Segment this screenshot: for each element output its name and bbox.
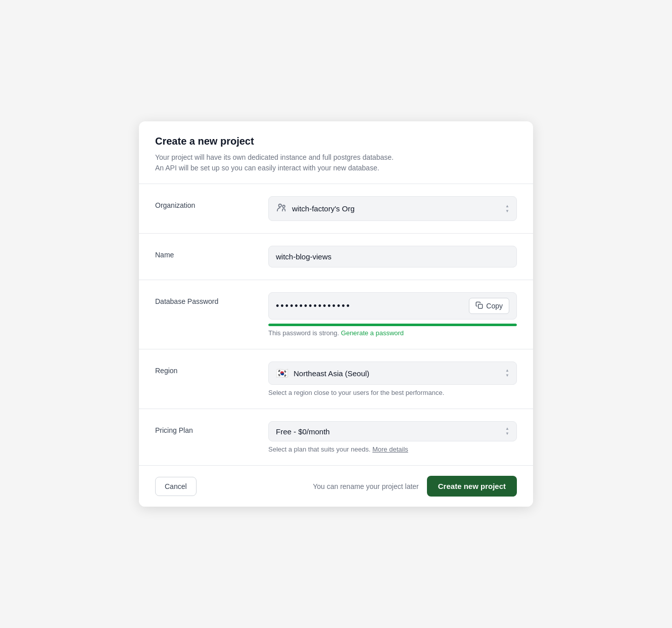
region-control: 🇰🇷 Northeast Asia (Seoul) Select a regio… (268, 362, 517, 396)
region-select[interactable]: 🇰🇷 Northeast Asia (Seoul) (268, 362, 517, 385)
create-project-button[interactable]: Create new project (427, 476, 517, 497)
region-value: Northeast Asia (Seoul) (294, 369, 369, 378)
modal-footer: Cancel You can rename your project later… (139, 466, 533, 507)
modal-header: Create a new project Your project will h… (139, 121, 533, 184)
pricing-plan-select[interactable]: Free - $0/month (268, 421, 517, 441)
region-label: Region (155, 362, 256, 375)
chevron-icon (505, 204, 509, 213)
organization-control: witch-factory's Org (268, 196, 517, 221)
generate-password-link[interactable]: Generate a password (341, 329, 404, 337)
strength-bar-container (268, 324, 517, 326)
name-section: Name (139, 234, 533, 280)
name-label: Name (155, 246, 256, 259)
pricing-plan-label: Pricing Plan (155, 421, 256, 434)
organization-section: Organization witch-factory's Org (139, 184, 533, 234)
database-password-label: Database Password (155, 292, 256, 305)
copy-label: Copy (486, 302, 503, 310)
database-password-control: •••••••••••••••• Copy This password is s… (268, 292, 517, 337)
organization-select[interactable]: witch-factory's Org (268, 196, 517, 221)
region-flag: 🇰🇷 (276, 367, 289, 379)
pricing-plan-section: Pricing Plan Free - $0/month Select a pl… (139, 409, 533, 466)
copy-icon (475, 301, 483, 310)
region-section: Region 🇰🇷 Northeast Asia (Seoul) Select … (139, 349, 533, 409)
cancel-button[interactable]: Cancel (155, 477, 197, 496)
more-details-link[interactable]: More details (372, 445, 408, 453)
name-control (268, 246, 517, 267)
create-project-modal: Create a new project Your project will h… (139, 121, 533, 507)
pricing-plan-control: Free - $0/month Select a plan that suits… (268, 421, 517, 453)
database-password-section: Database Password •••••••••••••••• Copy (139, 280, 533, 349)
copy-button[interactable]: Copy (469, 298, 509, 314)
rename-hint: You can rename your project later (313, 482, 419, 490)
password-dots: •••••••••••••••• (276, 301, 465, 311)
organization-value: witch-factory's Org (292, 204, 355, 213)
organization-label: Organization (155, 196, 256, 209)
svg-rect-2 (478, 304, 483, 308)
name-input[interactable] (268, 246, 517, 267)
pricing-chevron-icon (505, 427, 509, 436)
region-chevron-icon (505, 369, 509, 378)
region-hint: Select a region close to your users for … (268, 389, 517, 396)
pricing-hint: Select a plan that suits your needs. Mor… (268, 445, 517, 453)
password-wrapper: •••••••••••••••• Copy (268, 292, 517, 320)
modal-title: Create a new project (155, 136, 517, 147)
pricing-plan-value: Free - $0/month (276, 427, 330, 436)
org-icon (276, 202, 287, 215)
modal-subtitle: Your project will have its own dedicated… (155, 152, 517, 173)
strength-bar-fill (268, 324, 517, 326)
svg-point-0 (279, 204, 282, 207)
svg-point-1 (282, 205, 285, 208)
password-hint: This password is strong. Generate a pass… (268, 329, 517, 337)
